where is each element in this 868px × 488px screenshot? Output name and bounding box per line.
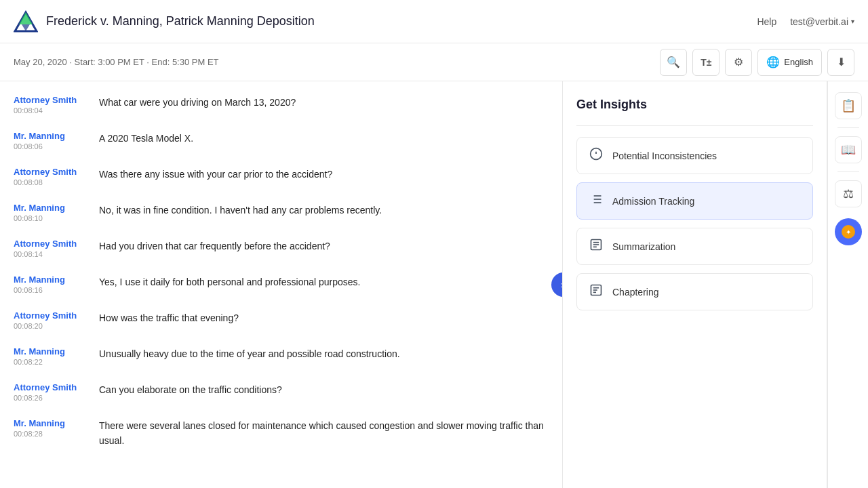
document-icon: 📋 — [841, 98, 856, 113]
toolbar: 🔍 T± ⚙ 🌐 English ⬇ — [660, 49, 854, 76]
insight-item-admission[interactable]: Admission Tracking — [576, 182, 813, 220]
inconsistencies-icon — [588, 147, 604, 164]
transcript-text: A 2020 Tesla Model X. — [99, 131, 193, 150]
insight-label: Summarization — [612, 241, 675, 252]
book-icon: 📖 — [841, 142, 856, 157]
insights-divider — [576, 125, 813, 126]
lang-label: English — [784, 57, 813, 67]
speaker-timestamp: 00:08:16 — [14, 286, 88, 294]
speaker-timestamp: 00:08:10 — [14, 214, 88, 222]
insight-item-chaptering[interactable]: Chaptering — [576, 273, 813, 310]
gear-icon: ⚙ — [734, 56, 743, 68]
speaker-column: Mr. Manning00:08:06 — [14, 131, 88, 150]
settings-button[interactable]: ⚙ — [725, 49, 752, 76]
right-bar-divider-1 — [837, 127, 859, 128]
star-symbol: ✦ — [846, 228, 851, 236]
speaker-name: Attorney Smith — [14, 95, 88, 105]
speaker-column: Attorney Smith00:08:14 — [14, 239, 88, 258]
format-button[interactable]: T± — [692, 49, 719, 76]
speaker-timestamp: 00:08:06 — [14, 142, 88, 150]
language-button[interactable]: 🌐 English — [757, 49, 822, 76]
speaker-column: Attorney Smith00:08:20 — [14, 310, 88, 330]
insights-list: Potential InconsistenciesAdmission Track… — [576, 137, 813, 310]
speaker-name: Mr. Manning — [14, 274, 88, 285]
speaker-name: Attorney Smith — [14, 239, 88, 249]
ai-assistant-button[interactable]: ✦ — [835, 218, 862, 245]
transcript-panel[interactable]: Attorney Smith00:08:04What car were you … — [0, 81, 563, 488]
date-info: May 20, 2020 · Start: 3:00 PM ET · End: … — [14, 57, 219, 67]
sub-header: May 20, 2020 · Start: 3:00 PM ET · End: … — [0, 43, 868, 81]
right-icon-bar: 📋 📖 ⚖ ✦ — [827, 81, 868, 488]
transcript-text: Was there any issue with your car prior … — [99, 167, 332, 186]
speaker-column: Attorney Smith00:08:26 — [14, 382, 88, 402]
transcript-text: Yes, I use it daily for both personal an… — [99, 274, 361, 294]
transcript-text: Had you driven that car frequently befor… — [99, 239, 330, 258]
user-menu[interactable]: test@verbit.ai ▾ — [790, 16, 854, 27]
transcript-text: How was the traffic that evening? — [99, 310, 239, 330]
document-icon-btn[interactable]: 📋 — [835, 92, 862, 119]
table-row: Mr. Manning00:08:06A 2020 Tesla Model X. — [14, 131, 549, 150]
speaker-name: Mr. Manning — [14, 131, 88, 141]
speaker-column: Mr. Manning00:08:22 — [14, 346, 88, 366]
insight-label: Chaptering — [612, 287, 659, 298]
speaker-timestamp: 00:08:04 — [14, 106, 88, 115]
search-button[interactable]: 🔍 — [660, 49, 687, 76]
table-row: Attorney Smith00:08:08Was there any issu… — [14, 167, 549, 186]
svg-marker-1 — [19, 12, 33, 24]
download-icon: ⬇ — [837, 56, 846, 68]
table-row: Attorney Smith00:08:26Can you elaborate … — [14, 382, 549, 402]
speaker-column: Mr. Manning00:08:28 — [14, 418, 88, 449]
insight-label: Potential Inconsistencies — [612, 150, 717, 161]
speaker-timestamp: 00:08:26 — [14, 394, 88, 402]
table-row: Mr. Manning00:08:28There were several la… — [14, 418, 549, 449]
chevron-down-icon: ▾ — [851, 18, 854, 25]
speaker-name: Attorney Smith — [14, 167, 88, 177]
right-bar-divider-2 — [837, 171, 859, 172]
insight-item-summarization[interactable]: Summarization — [576, 228, 813, 265]
transcript-text: There were several lanes closed for main… — [99, 418, 549, 449]
table-row: Attorney Smith00:08:04What car were you … — [14, 95, 549, 115]
main-content: Attorney Smith00:08:04What car were you … — [0, 81, 868, 488]
header-right: Help test@verbit.ai ▾ — [757, 16, 854, 27]
speaker-name: Mr. Manning — [14, 203, 88, 213]
download-button[interactable]: ⬇ — [827, 49, 854, 76]
transcript-text: Can you elaborate on the traffic conditi… — [99, 382, 282, 402]
header-left: Frederick v. Manning, Patrick Manning De… — [14, 9, 315, 34]
ai-star-icon: ✦ — [842, 225, 855, 239]
collapse-button[interactable]: » — [551, 272, 563, 297]
app-header: Frederick v. Manning, Patrick Manning De… — [0, 0, 868, 43]
table-row: Attorney Smith00:08:20How was the traffi… — [14, 310, 549, 330]
verbit-logo — [14, 9, 38, 34]
speaker-column: Attorney Smith00:08:08 — [14, 167, 88, 186]
speaker-name: Mr. Manning — [14, 346, 88, 357]
speaker-timestamp: 00:08:22 — [14, 358, 88, 366]
speaker-name: Mr. Manning — [14, 418, 88, 428]
scale-icon: ⚖ — [843, 186, 854, 201]
table-row: Attorney Smith00:08:14Had you driven tha… — [14, 239, 549, 258]
table-row: Mr. Manning00:08:22Unusually heavy due t… — [14, 346, 549, 366]
page-title: Frederick v. Manning, Patrick Manning De… — [46, 14, 315, 28]
table-row: Mr. Manning00:08:10No, it was in fine co… — [14, 203, 549, 222]
speaker-timestamp: 00:08:20 — [14, 322, 88, 330]
table-row: Mr. Manning00:08:16Yes, I use it daily f… — [14, 274, 549, 294]
speaker-column: Mr. Manning00:08:16 — [14, 274, 88, 294]
insight-label: Admission Tracking — [612, 196, 694, 207]
insight-item-inconsistencies[interactable]: Potential Inconsistencies — [576, 137, 813, 174]
admission-icon — [588, 192, 604, 209]
globe-icon: 🌐 — [766, 56, 780, 68]
chaptering-icon — [588, 283, 604, 300]
summarization-icon — [588, 238, 604, 255]
help-link[interactable]: Help — [757, 16, 776, 27]
format-icon: T± — [701, 57, 711, 68]
transcript-text: Unusually heavy due to the time of year … — [99, 346, 400, 366]
speaker-column: Attorney Smith00:08:04 — [14, 95, 88, 115]
speaker-name: Attorney Smith — [14, 382, 88, 392]
speaker-timestamp: 00:08:14 — [14, 250, 88, 258]
transcript-text: What car were you driving on March 13, 2… — [99, 95, 296, 115]
transcript-text: No, it was in fine condition. I haven't … — [99, 203, 382, 222]
book-icon-btn[interactable]: 📖 — [835, 136, 862, 163]
speaker-timestamp: 00:08:28 — [14, 430, 88, 438]
user-email: test@verbit.ai — [790, 16, 848, 27]
scale-icon-btn[interactable]: ⚖ — [835, 180, 862, 207]
speaker-name: Attorney Smith — [14, 310, 88, 321]
